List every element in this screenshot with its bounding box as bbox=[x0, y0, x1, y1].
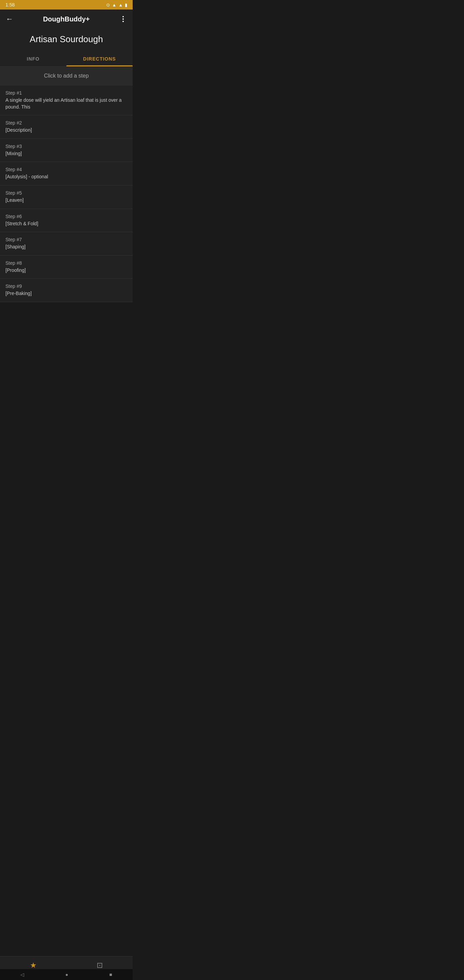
page-title-container: Artisan Sourdough bbox=[0, 29, 133, 51]
signal-icon: ▲ bbox=[118, 2, 123, 8]
step-number: Step #7 bbox=[5, 237, 127, 242]
back-arrow-icon: ← bbox=[6, 14, 13, 24]
step-item[interactable]: Step #5 [Leaven] bbox=[0, 185, 133, 209]
step-item[interactable]: Step #8 [Proofing] bbox=[0, 256, 133, 279]
app-bar: ← DoughBuddy+ bbox=[0, 10, 133, 29]
app-title: DoughBuddy+ bbox=[16, 15, 116, 23]
more-options-button[interactable] bbox=[116, 12, 130, 26]
tab-info[interactable]: INFO bbox=[0, 51, 66, 66]
recipe-title: Artisan Sourdough bbox=[5, 34, 127, 49]
step-item[interactable]: Step #6 [Stretch & Fold] bbox=[0, 209, 133, 232]
step-item[interactable]: Step #3 [Mixing] bbox=[0, 139, 133, 162]
dots-menu-icon bbox=[122, 16, 124, 22]
step-number: Step #4 bbox=[5, 167, 127, 172]
battery-icon: ▮ bbox=[125, 2, 127, 8]
step-number: Step #8 bbox=[5, 260, 127, 266]
status-bar: 1:58 ⊙ ▲ ▲ ▮ bbox=[0, 0, 133, 10]
step-item[interactable]: Step #1 A single dose will yield an Arti… bbox=[0, 86, 133, 115]
status-icons: ⊙ ▲ ▲ ▮ bbox=[106, 2, 127, 8]
step-description: [Proofing] bbox=[5, 267, 127, 274]
wifi-icon: ▲ bbox=[112, 2, 116, 8]
step-item[interactable]: Step #7 [Shaping] bbox=[0, 232, 133, 256]
step-description: [Pre-Baking] bbox=[5, 290, 127, 297]
step-description: [Leaven] bbox=[5, 197, 127, 204]
step-description: [Description] bbox=[5, 127, 127, 134]
tab-directions-label: DIRECTIONS bbox=[83, 56, 116, 62]
tab-directions[interactable]: DIRECTIONS bbox=[66, 51, 133, 66]
step-number: Step #6 bbox=[5, 214, 127, 219]
step-number: Step #1 bbox=[5, 90, 127, 95]
step-description: [Shaping] bbox=[5, 243, 127, 250]
step-description: [Stretch & Fold] bbox=[5, 221, 127, 227]
step-number: Step #3 bbox=[5, 143, 127, 149]
step-description: [Autolysis] - optional bbox=[5, 173, 127, 180]
location-icon: ⊙ bbox=[106, 2, 110, 8]
step-description: A single dose will yield an Artisan loaf… bbox=[5, 97, 127, 110]
add-step-label: Click to add a step bbox=[44, 73, 89, 79]
back-button[interactable]: ← bbox=[3, 12, 16, 26]
step-item[interactable]: Step #4 [Autolysis] - optional bbox=[0, 162, 133, 185]
step-number: Step #9 bbox=[5, 283, 127, 289]
step-description: [Mixing] bbox=[5, 150, 127, 157]
add-step-button[interactable]: Click to add a step bbox=[0, 67, 133, 86]
tab-info-label: INFO bbox=[27, 56, 40, 62]
step-number: Step #5 bbox=[5, 190, 127, 196]
step-item[interactable]: Step #9 [Pre-Baking] bbox=[0, 279, 133, 302]
tabs-container: INFO DIRECTIONS bbox=[0, 51, 133, 67]
step-number: Step #2 bbox=[5, 120, 127, 126]
step-item[interactable]: Step #2 [Description] bbox=[0, 115, 133, 139]
status-time: 1:58 bbox=[5, 2, 14, 8]
steps-list: Step #1 A single dose will yield an Arti… bbox=[0, 86, 133, 302]
